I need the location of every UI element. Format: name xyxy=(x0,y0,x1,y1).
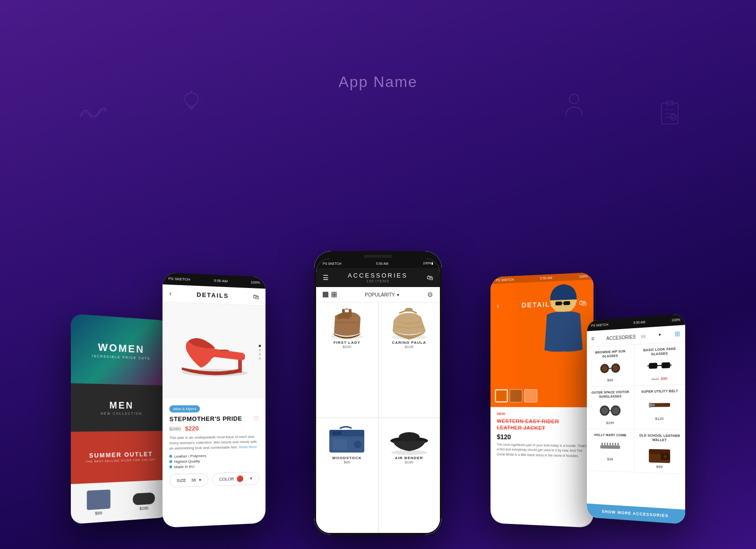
p1-glasses-price: $295 xyxy=(139,506,148,511)
pc-item-woodstock[interactable]: WOODSTOCK $89 xyxy=(316,418,378,533)
pc-header: ☰ ACCESSORIES 130 ITEMS 🛍 xyxy=(316,268,440,287)
pc-item-price-3: $89 xyxy=(344,460,350,464)
svg-rect-24 xyxy=(332,431,342,435)
p2-new-price: $220 xyxy=(185,425,198,432)
pc-cart-icon[interactable]: 🛍 xyxy=(427,274,433,281)
pc-item-price-4: $190 xyxy=(405,460,413,464)
p2-page-title: DETAILS xyxy=(197,291,229,299)
pc-item-name-2: CARING PAULA xyxy=(392,340,426,345)
bulb-icon xyxy=(180,90,203,120)
p4-description: The most significant part of your look t… xyxy=(497,442,586,459)
svg-point-8 xyxy=(569,94,579,104)
p4-back-button[interactable]: ‹ xyxy=(497,302,499,310)
p2-brand: Mike & Myers xyxy=(169,405,200,412)
svg-rect-25 xyxy=(333,439,347,450)
p2-image-dots xyxy=(259,345,261,360)
p1-women-title: WOMEN xyxy=(92,341,150,356)
pc-item-name-3: WOODSTOCK xyxy=(332,456,362,460)
phone-1: WOMEN INCREDIBLE PRICE CUTS MEN NEW COLL… xyxy=(71,314,169,524)
phone-2: PS SKETCH 5:50 AM 100% ‹ DETAILS 🛍 xyxy=(163,272,266,528)
p2-features: Leather / Polymers Highest Quality Made … xyxy=(169,453,259,469)
p5-item-brownie[interactable]: BROWNIE HIP SUN GLASSES $68 xyxy=(587,345,635,387)
p1-item-glasses: $295 xyxy=(133,489,155,512)
svg-rect-33 xyxy=(563,301,570,305)
p5-item-comb[interactable]: HOLLY MARY COMB $38 xyxy=(587,429,635,472)
p2-action-buttons: SIZE 38 ▾ COLOR ▾ xyxy=(169,471,259,488)
pc-item-caring-paula[interactable]: CARING PAULA $108 xyxy=(378,303,440,418)
app-title: App Name xyxy=(338,73,417,91)
svg-rect-19 xyxy=(349,310,352,317)
svg-rect-54 xyxy=(601,443,603,446)
pc-menu-icon[interactable]: ☰ xyxy=(323,274,329,281)
svg-line-5 xyxy=(198,94,199,95)
svg-rect-57 xyxy=(610,443,611,447)
svg-rect-52 xyxy=(649,403,652,408)
p2-shoe-area xyxy=(163,302,266,399)
p2-color-swatch xyxy=(237,475,243,482)
pc-sort-dropdown[interactable]: POPULARITY ▾ xyxy=(365,292,399,297)
phone-center: PS SKETCH 5:50 AM 100%▮ ☰ ACCESSORIES 13… xyxy=(314,251,442,535)
p2-product-name: STEPMOTHER'S PRIDE xyxy=(169,415,242,423)
p5-carrier: PS SKETCH xyxy=(591,323,608,327)
wave-icon xyxy=(78,104,106,125)
p2-old-price: $380 xyxy=(169,426,181,431)
phone-4: PS SKETCH 5:50 AM 100% ‹ DETAILS 🛍 xyxy=(490,272,593,528)
pc-toolbar: POPULARITY ▾ ⚙ xyxy=(316,287,440,303)
p2-product-info: Mike & Myers STEPMOTHER'S PRIDE ♡ $380 $… xyxy=(163,399,266,492)
p5-time: 5:50 AM xyxy=(634,320,645,324)
p5-count xyxy=(638,334,639,339)
p2-cart-icon[interactable]: 🛍 xyxy=(253,293,259,300)
p2-prices: $380 $220 xyxy=(169,424,259,432)
p5-item-outer-space[interactable]: OUTER SPACE VISITOR SUNGLASSES $295 xyxy=(587,386,635,429)
p5-item-belt[interactable]: SUPER UTILITY BELT $120 xyxy=(635,385,685,429)
pc-filter-icon[interactable]: ⚙ xyxy=(427,291,433,298)
p2-back-button[interactable]: ‹ xyxy=(169,289,172,297)
p5-count-val: 59 xyxy=(641,334,646,340)
pc-item-first-lady[interactable]: FIRST LADY $220 xyxy=(316,303,378,418)
pc-item-price-1: $220 xyxy=(343,345,351,349)
p1-item-bag: $89 xyxy=(87,489,111,516)
shoe-svg xyxy=(172,322,256,380)
p5-dropdown-icon[interactable]: ▾ xyxy=(659,332,661,337)
svg-point-49 xyxy=(612,407,619,415)
svg-rect-40 xyxy=(649,363,657,369)
p2-size-button[interactable]: SIZE 38 ▾ xyxy=(169,473,208,488)
p5-row-1: BROWNIE HIP SUN GLASSES $68 BAS xyxy=(587,342,685,387)
p1-summer-title: SUMMER OUTLET xyxy=(89,451,153,459)
svg-rect-55 xyxy=(604,443,606,446)
p2-battery: 100% xyxy=(251,280,260,285)
pc-page-title: ACCESSORIES xyxy=(348,272,408,279)
svg-rect-56 xyxy=(607,443,608,446)
svg-point-29 xyxy=(399,432,420,442)
p2-time: 5:50 AM xyxy=(214,279,228,283)
pc-item-name-1: FIRST LADY xyxy=(334,340,361,345)
p4-product-name: WESTERN EASY RIDER LEATHER JACKET xyxy=(497,418,586,432)
phones-container: WOMEN INCREDIBLE PRICE CUTS MEN NEW COLL… xyxy=(71,123,685,549)
p1-men-sub: NEW COLLECTION xyxy=(101,412,142,415)
p5-grid-icon[interactable]: ⊞ xyxy=(674,330,680,338)
p5-item-basic-look[interactable]: BASIC LOOK FAKE GLASSES $120 $95 xyxy=(635,342,685,385)
p2-description: This pair is an undisputable must-have o… xyxy=(169,434,259,452)
p4-price: $120 xyxy=(497,433,586,442)
p2-read-more[interactable]: Read More xyxy=(239,445,257,450)
p5-menu-icon[interactable]: ≡ xyxy=(591,335,594,342)
pc-item-price-2: $108 xyxy=(405,345,413,349)
p4-thumbnail-strip xyxy=(495,389,537,402)
pc-view-toggle[interactable] xyxy=(323,292,337,297)
pc-item-air-bender[interactable]: AIR BENDER $190 xyxy=(378,418,440,533)
svg-rect-59 xyxy=(615,443,616,447)
svg-rect-58 xyxy=(612,443,613,447)
phone-5: PS SKETCH 5:50 AM 100% ≡ ACCESORIES 59 ▾… xyxy=(587,314,685,524)
p2-heart-icon[interactable]: ♡ xyxy=(253,415,259,422)
p4-product-info: NEW WESTERN EASY RIDER LEATHER JACKET $1… xyxy=(490,407,593,464)
person-icon xyxy=(562,92,586,120)
p5-row-3: HOLLY MARY COMB $38 xyxy=(587,429,685,474)
svg-rect-32 xyxy=(555,301,562,305)
p2-color-button[interactable]: COLOR ▾ xyxy=(212,471,259,486)
p5-item-wallet[interactable]: OLD SCHOOL LEATHER WALLET $99 xyxy=(635,429,685,473)
p1-men-title: MEN xyxy=(109,400,134,411)
p1-bag-price: $89 xyxy=(95,510,102,515)
svg-rect-60 xyxy=(618,443,619,447)
p5-title: ACCESORIES xyxy=(606,334,636,341)
svg-rect-18 xyxy=(342,310,345,317)
